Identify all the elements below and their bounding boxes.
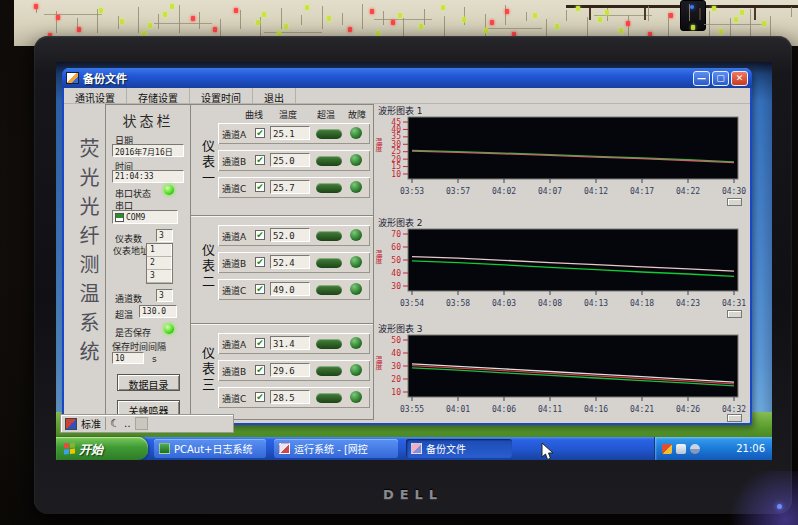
fault-led — [350, 154, 362, 166]
channel-checkbox[interactable]: ✔ — [255, 182, 265, 192]
panel-led — [256, 20, 260, 25]
channel-checkbox[interactable]: ✔ — [255, 284, 265, 294]
titlebar[interactable]: 备份文件 — ▢ ✕ — [62, 68, 752, 88]
overtemp-indicator — [316, 231, 342, 241]
serial-port-combo[interactable]: COM9 — [112, 210, 178, 224]
channel-checkbox[interactable]: ✔ — [255, 338, 265, 348]
channel-panel: 曲线温度超温故障仪表一通道A✔25.1通道B✔25.0通道C✔25.7仪表二通道… — [191, 104, 374, 420]
menu-item-1[interactable]: 存储设置 — [127, 88, 190, 104]
date-value: 2016年7月16日 — [112, 144, 184, 157]
tray-icon-network[interactable] — [690, 444, 700, 454]
serial-status-led — [164, 185, 174, 195]
chart-plot: 706050403003:5403:5804:0304:0804:1304:18… — [372, 227, 752, 315]
mini-toolbar: 标准 ☾ ‥ — [60, 414, 234, 433]
start-button[interactable]: 开始 — [56, 437, 148, 460]
panel-led — [691, 25, 695, 30]
window-title: 备份文件 — [83, 70, 693, 86]
channel-temperature-value: 25.0 — [270, 153, 310, 167]
fault-led — [350, 181, 362, 193]
channel-checkbox[interactable]: ✔ — [255, 365, 265, 375]
channel-checkbox[interactable]: ✔ — [255, 128, 265, 138]
instrument-section-2: 仪表二通道A✔52.0通道B✔52.4通道C✔49.0 — [191, 221, 373, 321]
channel-temperature-value: 25.7 — [270, 180, 310, 194]
moon-icon[interactable]: ☾ — [110, 418, 120, 429]
instrument-name: 仪表二 — [198, 243, 217, 291]
overtemp-indicator — [316, 156, 342, 166]
tray-icon-display[interactable] — [676, 444, 686, 454]
channel-checkbox[interactable]: ✔ — [255, 392, 265, 402]
maximize-button[interactable]: ▢ — [712, 71, 729, 86]
circuit-line — [199, 12, 200, 29]
channel-count-value: 3 — [156, 289, 173, 302]
menu-item-3[interactable]: 退出 — [253, 88, 296, 104]
svg-text:04:01: 04:01 — [446, 405, 470, 414]
panel-led — [148, 23, 152, 28]
channel-checkbox[interactable]: ✔ — [255, 257, 265, 267]
menu-item-0[interactable]: 通讯设置 — [64, 88, 127, 104]
svg-text:50: 50 — [391, 336, 401, 345]
busbar-drop — [699, 8, 701, 20]
circuit-line — [505, 5, 506, 25]
meter-count-label: 仪表数 — [115, 232, 142, 245]
channel-label: 通道B — [222, 155, 246, 168]
chart-scroll-handle[interactable] — [727, 198, 742, 206]
taskbar-item-2[interactable]: 备份文件 — [406, 439, 512, 458]
minimize-button[interactable]: — — [693, 71, 710, 86]
panel-led — [669, 13, 673, 18]
mouse-cursor — [541, 442, 554, 460]
meter-address-cell[interactable]: 2 — [147, 257, 172, 270]
meter-address-list[interactable]: 123 — [146, 243, 173, 284]
panel-led — [719, 29, 723, 34]
status-panel-title: 状态栏 — [106, 110, 190, 130]
channel-temperature-value: 49.0 — [270, 282, 310, 296]
toolbar-app-icon[interactable] — [65, 418, 77, 430]
chart-plot: 504030201003:5504:0104:0604:1104:1604:21… — [372, 333, 752, 421]
taskbar-item-label: 备份文件 — [426, 441, 466, 456]
io-icon — [115, 213, 124, 222]
menu-item-2[interactable]: 设置时间 — [190, 88, 253, 104]
overtemp-label: 超温 — [115, 308, 133, 321]
meter-address-cell[interactable]: 1 — [147, 244, 172, 257]
meter-address-cell[interactable]: 3 — [147, 270, 172, 283]
data-directory-button[interactable]: 数据目录 — [117, 374, 180, 391]
circuit-line — [791, 7, 792, 17]
taskbar-item-0[interactable]: PCAut+日志系统 — [154, 439, 266, 458]
svg-text:04:21: 04:21 — [630, 405, 654, 414]
channel-checkbox[interactable]: ✔ — [255, 155, 265, 165]
app-window: 备份文件 — ▢ ✕ 通讯设置存储设置设置时间退出 荧光光纤测温系统 状态栏 日… — [62, 68, 752, 425]
toolbar-dots[interactable]: ‥ — [124, 418, 131, 429]
circuit-line — [179, 5, 180, 33]
circuit-line — [730, 18, 731, 37]
channel-row: 通道C✔49.0 — [218, 279, 370, 300]
instrument-name: 仪表一 — [198, 139, 217, 187]
panel-led — [327, 16, 331, 21]
svg-text:03:55: 03:55 — [400, 405, 424, 414]
chart-scroll-handle[interactable] — [727, 414, 742, 422]
circuit-line — [424, 9, 425, 25]
fault-led — [350, 283, 362, 295]
taskbar-item-label: PCAut+日志系统 — [174, 441, 253, 456]
channel-label: 通道A — [222, 128, 246, 141]
tray-icon-app[interactable] — [662, 444, 672, 454]
circuit-line — [383, 11, 384, 25]
taskbar-item-1[interactable]: 运行系统 - [网控 — [274, 439, 398, 458]
circuit-line — [526, 12, 527, 21]
instrument-name: 仪表三 — [198, 346, 217, 394]
close-button[interactable]: ✕ — [731, 71, 748, 86]
save-interval-unit: s — [152, 354, 157, 364]
overtemp-indicator — [316, 393, 342, 403]
channel-checkbox[interactable]: ✔ — [255, 230, 265, 240]
circuit-line — [689, 4, 690, 21]
svg-text:04:32: 04:32 — [722, 405, 746, 414]
circuit-line — [484, 28, 542, 29]
chart-scroll-handle[interactable] — [727, 310, 742, 318]
system-tray: 21:06 — [654, 437, 772, 460]
channel-temperature-value: 29.6 — [270, 363, 310, 377]
svg-text:04:07: 04:07 — [538, 187, 562, 196]
circuit-line — [138, 7, 139, 33]
panel-led — [740, 10, 744, 15]
panel-led — [142, 31, 146, 36]
svg-text:04:06: 04:06 — [492, 405, 516, 414]
tray-clock: 21:06 — [736, 443, 765, 454]
taskbar-item-label: 运行系统 - [网控 — [294, 441, 368, 456]
